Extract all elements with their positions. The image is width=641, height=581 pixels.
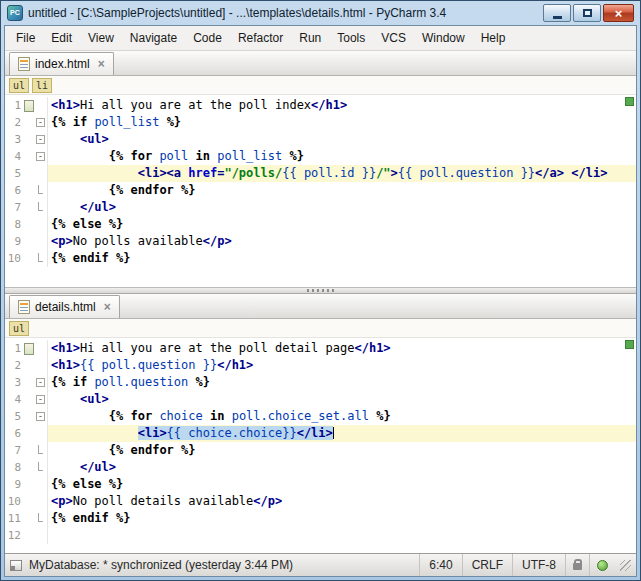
tab-close-icon[interactable]: × [104, 300, 111, 314]
code-line-11[interactable]: 11{% endif %} [5, 510, 636, 527]
fold-open-icon[interactable]: - [35, 131, 47, 148]
code-line-7[interactable]: 7 </ul> [5, 199, 636, 216]
caret-position-widget[interactable]: 6:40 [419, 554, 461, 576]
fold-end-icon[interactable] [35, 182, 47, 199]
code-line-12[interactable]: 12 [5, 527, 636, 544]
code-line-7[interactable]: 7 {% endfor %} [5, 442, 636, 459]
code-token: else [73, 477, 102, 491]
fold-spacer [35, 97, 47, 114]
breadcrumb-tag-li[interactable]: li [32, 78, 52, 93]
code-text: {% for choice in poll.choice_set.all %} [48, 408, 391, 425]
fold-spacer [35, 340, 47, 357]
menu-file[interactable]: File [8, 27, 43, 49]
code-token: href [188, 166, 217, 180]
inspection-indicator[interactable] [625, 97, 634, 106]
fold-open-icon[interactable]: - [35, 391, 47, 408]
toolwindow-toggle-icon[interactable] [10, 560, 22, 571]
fold-open-icon[interactable]: - [35, 408, 47, 425]
minimize-button[interactable] [543, 4, 571, 22]
tab-label: index.html [35, 57, 90, 71]
fold-open-icon[interactable]: - [35, 374, 47, 391]
code-token [51, 183, 109, 197]
tab-details-html[interactable]: details.html × [9, 295, 120, 318]
code-line-3[interactable]: 3-{% if poll.question %} [5, 374, 636, 391]
menu-edit[interactable]: Edit [43, 27, 80, 49]
menu-view[interactable]: View [80, 27, 122, 49]
code-token: Hi all you are at the poll detail page [80, 341, 355, 355]
breadcrumb-tag-ul[interactable]: ul [9, 78, 29, 93]
breadcrumb-tag-ul[interactable]: ul [9, 321, 29, 336]
gutter-spacer [21, 233, 35, 250]
tab-index-html[interactable]: index.html × [9, 52, 114, 75]
gutter-spacer [21, 148, 35, 165]
code-line-6[interactable]: 6 <li>{{ choice.choice}}</li> [5, 425, 636, 442]
gutter-spacer [21, 510, 35, 527]
fold-end-icon[interactable] [35, 250, 47, 267]
code-line-9[interactable]: 9<p>No polls available</p> [5, 233, 636, 250]
inspections-profile[interactable] [589, 554, 615, 576]
code-line-9[interactable]: 9{% else %} [5, 476, 636, 493]
code-token: {% [109, 443, 131, 457]
code-token: poll.question [94, 375, 188, 389]
code-line-4[interactable]: 4- {% for poll in poll_list %} [5, 148, 636, 165]
menu-vcs[interactable]: VCS [373, 27, 414, 49]
code-line-8[interactable]: 8{% else %} [5, 216, 636, 233]
code-token [51, 443, 109, 457]
code-editor-index[interactable]: 1<h1>Hi all you are at the poll index</h… [5, 95, 636, 267]
menu-help[interactable]: Help [473, 27, 514, 49]
line-separator-widget[interactable]: CRLF [462, 554, 512, 576]
code-line-10[interactable]: 10{% endif %} [5, 250, 636, 267]
code-line-4[interactable]: 4- <ul> [5, 391, 636, 408]
title-bar[interactable]: untitled - [C:\SampleProjects\untitled] … [4, 1, 637, 25]
code-token: "/polls/ [224, 166, 282, 180]
fold-end-icon[interactable] [35, 510, 47, 527]
code-token: poll.choice_set.all [232, 409, 369, 423]
close-button[interactable]: × [603, 4, 634, 22]
fold-end-mark [38, 202, 43, 211]
code-token [51, 149, 109, 163]
gutter: 4- [5, 148, 48, 165]
menu-run[interactable]: Run [291, 27, 329, 49]
code-line-6[interactable]: 6 {% endfor %} [5, 182, 636, 199]
code-token: in [196, 149, 218, 163]
maximize-button[interactable] [573, 4, 601, 22]
code-line-3[interactable]: 3- <ul> [5, 131, 636, 148]
code-editor-details[interactable]: 1<h1>Hi all you are at the poll detail p… [5, 338, 636, 544]
code-text: <li>{{ choice.choice}}</li> [48, 425, 334, 442]
code-token [51, 132, 80, 146]
code-token: <li><a [138, 166, 189, 180]
code-line-1[interactable]: 1<h1>Hi all you are at the poll detail p… [5, 340, 636, 357]
code-line-10[interactable]: 10<p>No poll details available</p> [5, 493, 636, 510]
code-line-5[interactable]: 5 <li><a href="/polls/{{ poll.id }}/">{{… [5, 165, 636, 182]
status-message[interactable]: MyDatabase: * synchronized (yesterday 3:… [29, 558, 293, 572]
code-line-8[interactable]: 8 </ul> [5, 459, 636, 476]
readonly-toggle[interactable] [565, 554, 589, 576]
menu-refactor[interactable]: Refactor [230, 27, 291, 49]
menu-tools[interactable]: Tools [329, 27, 373, 49]
resize-grip-icon[interactable] [620, 560, 631, 571]
splitter-handle[interactable] [5, 287, 636, 294]
fold-end-mark [38, 462, 43, 471]
line-number: 3 [5, 131, 21, 148]
code-line-1[interactable]: 1<h1>Hi all you are at the poll index</h… [5, 97, 636, 114]
line-number: 7 [5, 442, 21, 459]
fold-end-icon[interactable] [35, 459, 47, 476]
fold-end-icon[interactable] [35, 442, 47, 459]
code-line-2[interactable]: 2-{% if poll_list %} [5, 114, 636, 131]
encoding-widget[interactable]: UTF-8 [512, 554, 565, 576]
menu-window[interactable]: Window [414, 27, 473, 49]
fold-end-icon[interactable] [35, 199, 47, 216]
line-number: 5 [5, 408, 21, 425]
code-text: <p>No poll details available</p> [48, 493, 282, 510]
code-line-2[interactable]: 2<h1>{{ poll.question }}</h1> [5, 357, 636, 374]
code-token: choice [159, 409, 210, 423]
code-line-5[interactable]: 5- {% for choice in poll.choice_set.all … [5, 408, 636, 425]
line-number: 7 [5, 199, 21, 216]
inspection-indicator[interactable] [625, 340, 634, 349]
menu-navigate[interactable]: Navigate [122, 27, 185, 49]
menu-code[interactable]: Code [185, 27, 230, 49]
tab-close-icon[interactable]: × [98, 57, 105, 71]
gutter-spacer [21, 131, 35, 148]
fold-open-icon[interactable]: - [35, 148, 47, 165]
fold-open-icon[interactable]: - [35, 114, 47, 131]
